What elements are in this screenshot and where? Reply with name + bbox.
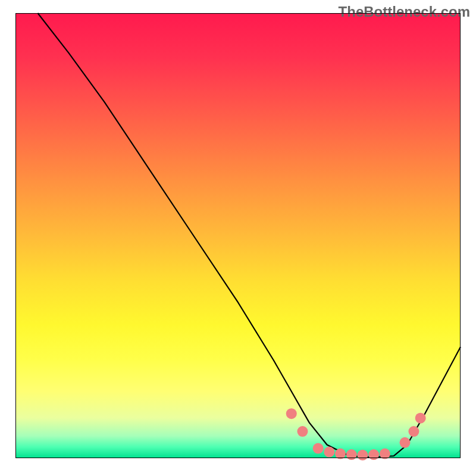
watermark: TheBottleneck.com: [339, 4, 470, 20]
svg-rect-0: [15, 13, 461, 458]
chart-gradient-background: [15, 13, 461, 458]
chart-container: { "watermark": "TheBottleneck.com", "plo…: [0, 0, 476, 476]
